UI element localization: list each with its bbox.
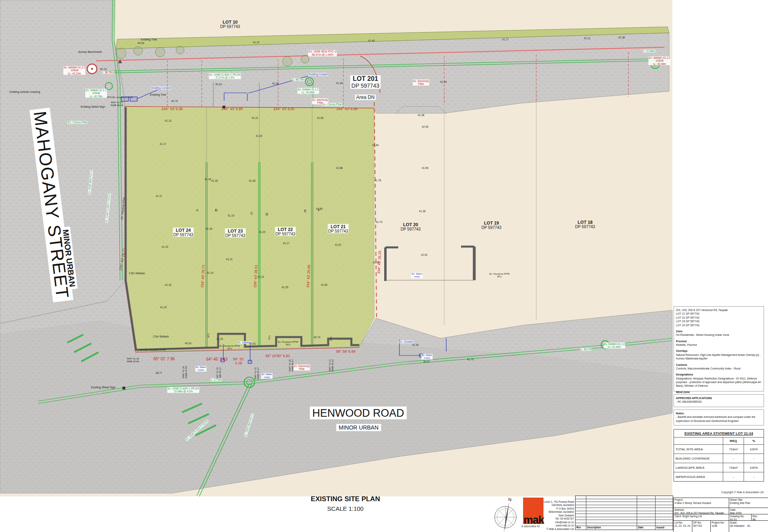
spot-level: 41.29 [217,337,223,340]
spot-level: 41.15 [160,306,166,309]
spot-level: 41.19 [207,271,213,274]
area-table-row: IMPERVIOUS AREA - - [674,472,764,481]
plan-annotation: RWT 41.17 RWB 38.43 [111,101,123,107]
spot-level: 42.38 [618,36,625,39]
company-address-line: New Zealand [536,514,574,517]
boundary-letter: D [266,212,269,216]
spot-level: 40.13 [100,68,106,70]
spot-level: 41.69 [317,116,323,119]
plan-annotation: RTC/Ex. Keystone RTW [107,96,133,99]
lot-label: LOT 19 DP 597743 [481,221,501,230]
plan-annotation: 2.5m Setback [153,335,169,338]
revision-row [575,511,673,514]
lot-label: LOT 24 DP 597743 [173,228,194,237]
boundary-letter: C [251,211,253,215]
site-info-section: ControlsControls: Macroinvertebrate Comm… [676,363,762,371]
boundary-dimension: 59° 22' 2.18 [233,357,244,365]
spot-level: 40.41 [249,342,256,345]
revision-empty-rows [575,496,673,526]
spot-level: 41.88 [336,167,343,169]
spot-level: 41.15 [165,283,171,286]
spot-level: 41.69 [440,80,447,83]
plan-annotation: RWT 41.18 RWB 39.68 [127,357,139,363]
lot-201-label: LOT 201 DP 597743 Area DN [350,75,381,100]
henwood-road-type: MINOR URBAN [336,424,381,431]
plan-annotation: Ex. Keystone RTW RT1 [220,345,240,350]
lot-label: LOT 20 DP 597743 [401,222,421,231]
spot-level: 41.67 [335,243,341,246]
plan-annotation: Existing Street Sign [80,105,105,108]
site-address-line: 201, 203, 205 & 207 Henwood Rd, Taupaki [676,308,762,312]
company-address-line: P O Box 34003 [536,507,574,510]
tb-client-cell: Client: Bright Spring Ltd [674,514,729,520]
spot-level: 41.80 [316,207,323,210]
area-table-row: LANDSCAPE AREA 716m² 100% [674,463,764,472]
notes-panel: Notes: - Backfill and reinstate removed … [674,410,764,426]
plan-annotation: Existing Conduit [151,86,171,89]
plan-annotation: Ex. Electricity Pillar [293,365,310,371]
tb-drawing-no-cell: Drawing No:A1-01 [729,514,751,520]
boundary-dimension: 65° 01' 7.96 [153,357,174,361]
tb-address-cell: Address:201, 203, 205 & 207 Henwood Rd, … [674,508,729,514]
company-address-line: Glenfield, Auckland [536,504,574,507]
plan-annotation: Ex. Water meter [195,366,207,371]
spot-level: 41.08 [272,82,279,85]
plan-scale: SCALE 1:100 [327,505,364,512]
plan-annotation: Ex. Conduit [399,340,413,343]
henwood-road-label: HENWOOD ROAD [310,407,407,420]
tb-dp-no-cell: DP No:597743 [692,520,710,532]
spot-level: 41.84 [372,144,379,147]
plan-annotation: L: 38.7m [580,348,591,351]
plan-annotation: Ex. 100Ø CLASS C PE100 27.27m @ 1.4% [209,73,241,79]
plan-title: EXISTING SITE PLAN [311,495,380,503]
revision-row [575,505,673,508]
plan-annotation: RWT 41.13 RWB 40.63 [329,359,334,372]
revision-row [575,508,673,511]
lot-label: LOT 23 DP 597743 [225,229,246,238]
plan-annotation: Ex. SWMH 41.1.4 LL: 41.30m [604,343,625,349]
plan-annotation: Ex. Electricity Pillar [413,80,429,86]
plan-annotation: Survey Benchmark [78,50,102,54]
site-address-lines: 201, 203, 205 & 207 Henwood Rd, TaupakiL… [676,308,762,327]
plan-annotation: L: 41.88m [643,50,656,52]
spot-level: 41.25 [282,286,288,289]
company-address-line: Tel: 09-4432767 [536,517,574,520]
boundary-dimension: 244° 43' 5.80 [222,107,243,111]
spot-level: 41.21 [252,116,258,119]
tb-rev-cell: Rev:A6 [751,514,768,520]
revision-row [575,502,673,505]
tb-project-cell: Project:4 New 2 Storey Terrace Houses [674,498,729,508]
lot-label: LOT 18 DP 597743 [575,220,595,229]
plan-annotation: RWT 41.18 RWB 39.59 [182,366,188,379]
site-info-section: DesignationsDesignations: Airspace Restr… [676,373,762,388]
spot-level: 41.19 [228,214,234,217]
spot-level: 41.77 [502,38,509,41]
plan-annotation: L: 27.9m [211,378,221,381]
approved-applications-panel: APPROVED APPLICATIONS - RC #BUN60385933 [674,394,764,407]
spot-level: 41.78 [375,179,381,182]
spot-level: 40.79 [171,100,178,102]
spot-level: 41.79 [376,221,382,223]
plan-annotation: Ex. 150Ø 3816 PVC-U 56.37m @ 1.06% [308,50,337,56]
plan-annotation: Ex. Chorus Pillar [68,121,88,124]
area-table-row: TOTAL SITE AREA 716m² 100% [674,444,764,454]
plan-annotation: Existing Tree [150,93,166,96]
spot-level: 41.21 [226,258,233,261]
spot-level: 40.03 [185,342,191,345]
plan-annotation: Ex. Keystone RTW RT1 [489,273,510,278]
company-address-line: info@mak.co.nz [536,521,574,524]
spot-level: 41.17 [160,143,166,145]
spot-level: 38.77 [156,371,162,374]
spot-level: 41.75 [467,358,473,361]
lot-label: LOT 21 DP 597743 [328,224,349,233]
site-info-panel: 201, 203, 205 & 207 Henwood Rd, TaupakiL… [674,306,764,391]
boundary-letter: E [304,209,307,213]
boundary-dimension: 64° 45' 3.63 [206,357,227,361]
plan-annotation: RT1 [207,333,210,337]
plan-annotation: Ex. WWMH 41.2.2 1050Ø LL: 40.48m [648,56,670,65]
spot-level: 41.28 [249,179,255,182]
spot-level: 40.97 [423,360,430,363]
company-address-line: Level 1, 75J Porana Road [536,500,574,504]
spot-level: 41.10 [162,245,168,248]
spot-level: 41.13 [165,119,171,122]
